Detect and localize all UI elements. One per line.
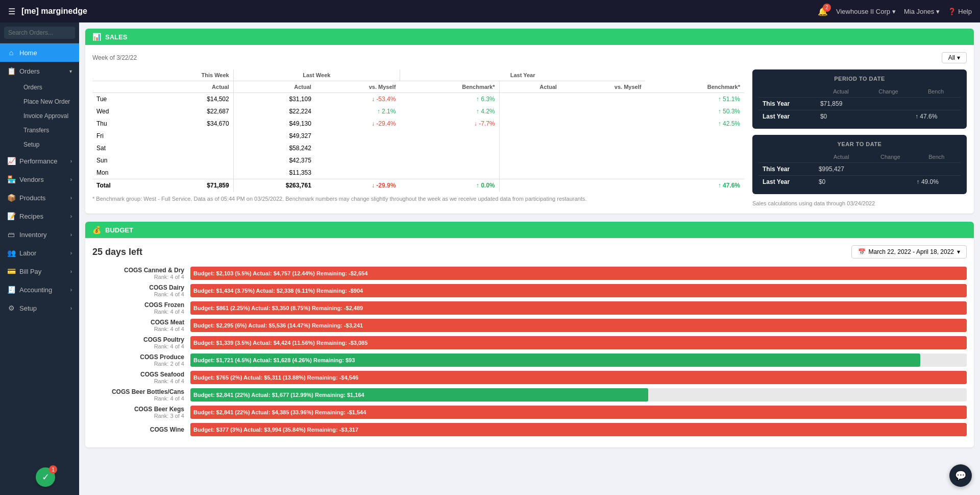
ytd-last-year-bench: ↑ 49.0% — [913, 176, 961, 188]
sidebar-item-invoice-approval[interactable]: Invoice Approval — [16, 109, 79, 123]
notification-bell[interactable]: 🔔 2 — [818, 7, 828, 16]
col-yr-bench: Benchmark* — [645, 81, 744, 93]
sales-calc-note: Sales calculations using data through 03… — [752, 200, 967, 206]
nav-left: ☰ [me] marginedge — [8, 7, 87, 16]
chevron-down-icon: ▾ — [957, 248, 960, 255]
sidebar-item-labor[interactable]: 👥 Labor › — [0, 244, 79, 262]
sidebar-item-inventory[interactable]: 🗃 Inventory › — [0, 225, 79, 244]
chevron-icon: › — [70, 158, 72, 164]
ptd-card: PERIOD TO DATE Actual Change Bench — [752, 69, 967, 129]
budget-item-label: COGS SeafoodRank: 4 of 4 — [92, 371, 184, 384]
sales-layout: This Week Last Week Last Year Actual Act… — [92, 69, 967, 206]
ytd-this-year-row: This Year $995,427 — [758, 163, 961, 176]
budget-bar-text: Budget: $1,339 (3.5%) Actual: $4,424 (11… — [193, 340, 368, 346]
ptd-col-bench: Bench — [911, 86, 961, 98]
ytd-title: YEAR TO DATE — [758, 141, 961, 147]
hamburger-icon[interactable]: ☰ — [8, 7, 15, 16]
ptd-this-year-label: This Year — [758, 98, 816, 110]
budget-bar-text: Budget: $2,103 (5.5%) Actual: $4,757 (12… — [193, 270, 368, 276]
ytd-last-year-actual: $0 — [815, 176, 868, 188]
col-last-year: Last Year — [400, 69, 645, 81]
sales-header: 📊 SALES — [85, 29, 974, 45]
sidebar-item-place-order[interactable]: Place New Order — [16, 95, 79, 109]
search-container — [0, 22, 79, 43]
main-content: 📊 SALES Week of 3/22/22 All ▾ — [79, 22, 980, 495]
calendar-icon: 📅 — [858, 248, 866, 255]
sidebar: ⌂ Home 📋 Orders ▾ Orders Place New Order… — [0, 22, 79, 495]
budget-row: COGS FrozenRank: 4 of 4Budget: $861 (2.2… — [92, 301, 967, 315]
ptd-last-year-row: Last Year $0 ↑ 47.6% — [758, 110, 961, 123]
budget-bar-text: Budget: $2,841 (22%) Actual: $1,677 (12.… — [193, 392, 364, 398]
sales-section: 📊 SALES Week of 3/22/22 All ▾ — [85, 29, 974, 214]
ptd-this-year-actual: $71,859 — [816, 98, 866, 110]
budget-bar: Budget: $2,841 (22%) Actual: $1,677 (12.… — [190, 388, 967, 402]
sales-top-bar: Week of 3/22/22 All ▾ — [92, 52, 967, 63]
search-input[interactable] — [4, 27, 75, 39]
budget-row: COGS Beer KegsRank: 3 of 4Budget: $2,841… — [92, 406, 967, 419]
sidebar-item-transfers[interactable]: Transfers — [16, 123, 79, 137]
sidebar-item-bill-pay[interactable]: 💳 Bill Pay › — [0, 262, 79, 280]
ytd-this-year-actual: $995,427 — [815, 163, 868, 176]
col-last-week: Last Week — [233, 69, 400, 81]
budget-bar-text: Budget: $861 (2.25%) Actual: $3,350 (8.7… — [193, 305, 363, 311]
budget-row: COGS MeatRank: 4 of 4Budget: $2,295 (6%)… — [92, 319, 967, 332]
sidebar-item-performance[interactable]: 📈 Performance › — [0, 152, 79, 170]
sidebar-item-orders-list[interactable]: Orders — [16, 80, 79, 95]
vendors-icon: 🏪 — [7, 175, 15, 183]
budget-header: 💰 BUDGET — [85, 222, 974, 238]
sales-label: SALES — [105, 33, 127, 41]
date-range-button[interactable]: 📅 March 22, 2022 - April 18, 2022 ▾ — [851, 245, 967, 258]
budget-bar: Budget: $861 (2.25%) Actual: $3,350 (8.7… — [190, 301, 967, 315]
budget-body: 25 days left 📅 March 22, 2022 - April 18… — [85, 238, 974, 447]
help-button[interactable]: ❓ Help — [948, 8, 972, 15]
chevron-icon: › — [70, 250, 72, 256]
sidebar-item-setup[interactable]: ⚙ Setup › — [0, 299, 79, 317]
ytd-card: YEAR TO DATE Actual Change Bench — [752, 135, 967, 194]
col-yr-actual: Actual — [499, 81, 561, 93]
products-icon: 📦 — [7, 194, 15, 202]
budget-bar: Budget: $1,434 (3.75%) Actual: $2,338 (6… — [190, 284, 967, 297]
sidebar-item-accounting[interactable]: 🧾 Accounting › — [0, 280, 79, 299]
date-range-label: March 22, 2022 - April 18, 2022 — [869, 248, 954, 255]
col-last-actual: Actual — [233, 81, 315, 93]
budget-row: COGS Canned & DryRank: 4 of 4Budget: $2,… — [92, 267, 967, 280]
chat-bubble[interactable]: 💬 — [949, 464, 972, 487]
brand-logo: [me] marginedge — [21, 7, 87, 16]
chevron-down-icon: ▾ — [957, 54, 960, 61]
sidebar-item-vendors[interactable]: 🏪 Vendors › — [0, 170, 79, 188]
budget-section: 💰 BUDGET 25 days left 📅 March 22, 2022 -… — [85, 222, 974, 447]
user-menu[interactable]: Mia Jones ▾ — [904, 8, 940, 15]
sidebar-item-home[interactable]: ⌂ Home — [0, 43, 79, 62]
sidebar-item-recipes[interactable]: 📝 Recipes › — [0, 207, 79, 225]
company-selector[interactable]: Viewhouse II Corp ▾ — [836, 8, 896, 15]
budget-row: COGS PoultryRank: 4 of 4Budget: $1,339 (… — [92, 336, 967, 349]
budget-row: COGS WineBudget: $377 (3%) Actual: $3,99… — [92, 423, 967, 436]
sales-body: Week of 3/22/22 All ▾ This Week — [85, 45, 974, 214]
ptd-table: Actual Change Bench This Year $71,859 — [758, 86, 961, 123]
ptd-last-year-actual: $0 — [816, 110, 866, 123]
notification-count: 2 — [823, 4, 831, 12]
ptd-title: PERIOD TO DATE — [758, 76, 961, 82]
sidebar-item-orders[interactable]: 📋 Orders ▾ — [0, 62, 79, 80]
check-badge[interactable]: ✓ 1 — [36, 467, 55, 487]
check-badge-count: 1 — [49, 465, 57, 474]
budget-bar-text: Budget: $377 (3%) Actual: $3,994 (35.84%… — [193, 427, 358, 433]
budget-bar: Budget: $377 (3%) Actual: $3,994 (35.84%… — [190, 423, 967, 436]
all-button[interactable]: All ▾ — [942, 52, 967, 63]
sales-table: This Week Last Week Last Year Actual Act… — [92, 69, 744, 192]
week-label: Week of 3/22/22 — [92, 54, 137, 61]
sidebar-item-orders-setup[interactable]: Setup — [16, 137, 79, 152]
ptd-col-actual: Actual — [816, 86, 866, 98]
budget-bar: Budget: $2,295 (6%) Actual: $5,536 (14.4… — [190, 319, 967, 332]
budget-item-label: COGS ProduceRank: 2 of 4 — [92, 353, 184, 367]
budget-bar: Budget: $1,721 (4.5%) Actual: $1,628 (4.… — [190, 353, 967, 367]
sidebar-item-products[interactable]: 📦 Products › — [0, 188, 79, 207]
home-icon: ⌂ — [7, 49, 15, 57]
main-layout: ⌂ Home 📋 Orders ▾ Orders Place New Order… — [0, 22, 980, 495]
budget-item-label: COGS Wine — [92, 426, 184, 433]
chevron-icon: ▾ — [69, 68, 72, 74]
ptd-col-change: Change — [866, 86, 911, 98]
budget-bar-text: Budget: $1,434 (3.75%) Actual: $2,338 (6… — [193, 288, 363, 294]
budget-row: COGS SeafoodRank: 4 of 4Budget: $765 (2%… — [92, 371, 967, 384]
orders-icon: 📋 — [7, 67, 15, 75]
